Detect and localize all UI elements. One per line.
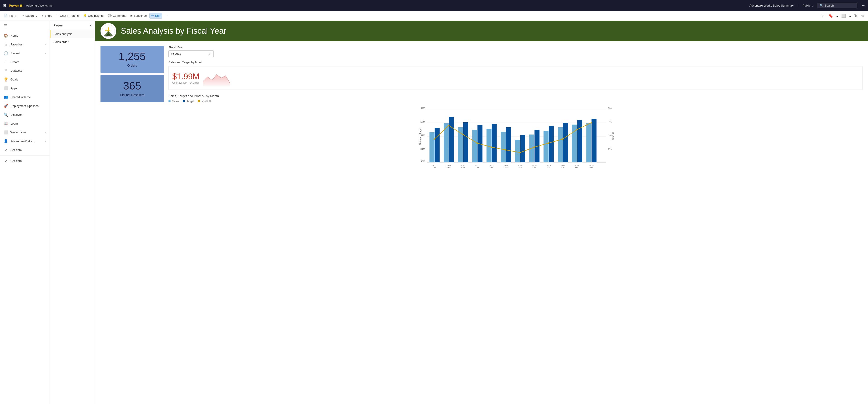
goals-icon: 🏆 — [4, 77, 8, 81]
svg-text:2018: 2018 — [532, 164, 536, 167]
favorite-button[interactable]: ☆ — [860, 13, 866, 19]
sidebar-item-favorites[interactable]: ☆ Favorites › — [0, 40, 50, 49]
kpi-orders-label: Orders — [105, 64, 159, 67]
bookmark-button[interactable]: 🔖 — [827, 13, 834, 19]
svg-text:$3M: $3M — [421, 121, 425, 123]
page-item-sales_order[interactable]: Sales order — [50, 38, 95, 46]
home-icon: 🏠 — [4, 33, 8, 38]
sales-amount-container: $1.99M Goal: $2.32M (-14.28%) — [172, 72, 199, 84]
svg-point-55 — [548, 142, 549, 144]
adventureworks-icon: 👤 — [4, 139, 8, 143]
search-box[interactable]: 🔍 Search — [817, 3, 857, 8]
sidebar-item-home[interactable]: 🏠 Home — [0, 31, 50, 40]
sales-target-label: Sales and Target by Month — [168, 61, 863, 64]
recent-icon: 🕐 — [4, 51, 8, 56]
svg-rect-41 — [558, 127, 563, 162]
export-button[interactable]: ↦ Export ⌄ — [20, 13, 39, 18]
edit-button[interactable]: ✏ Edit — [149, 13, 162, 19]
sidebar-item-create[interactable]: + Create — [0, 58, 50, 66]
app-logo: Power BI — [9, 4, 23, 7]
legend-target: Target — [183, 100, 194, 103]
report-main-title: Sales Analysis by Fiscal Year — [121, 26, 226, 36]
svg-point-52 — [505, 149, 506, 150]
chart-svg: $4M $3M $2M $1M $0M 5% 4% 3% 2% — [168, 105, 863, 168]
sidebar-item-getdata[interactable]: ↗ Get data — [0, 145, 50, 155]
svg-text:Aug: Aug — [447, 167, 451, 168]
sidebar-item-learn[interactable]: 📖 Learn — [0, 119, 50, 128]
more-toolbar-button[interactable]: ··· — [163, 13, 169, 18]
hamburger-menu[interactable]: ☰ — [0, 21, 50, 31]
kpi-orders-card: 1,255 Orders — [100, 46, 164, 73]
undo-button[interactable]: ↩ — [820, 13, 826, 19]
get-insights-button[interactable]: 💡 Get insights — [82, 13, 105, 18]
sidebar-item-recent[interactable]: 🕐 Recent › — [0, 49, 50, 58]
bar-sales-1 — [430, 132, 435, 162]
svg-text:2017: 2017 — [446, 164, 451, 167]
content-area: ADVENTURE Sales Analysis by Fiscal Year … — [95, 21, 868, 404]
sales-goal: Goal: $2.32M (-14.28%) — [172, 81, 199, 84]
svg-text:2017: 2017 — [432, 164, 437, 167]
sidebar-item-getdata[interactable]: ↗ Get data — [0, 157, 50, 165]
search-icon: 🔍 — [819, 4, 823, 7]
report-left-column: 1,255 Orders 365 Distinct Resellers — [100, 46, 164, 168]
sidebar-label-discover: Discover — [10, 113, 22, 116]
svg-text:2018: 2018 — [575, 164, 579, 167]
sidebar-label-favorites: Favorites — [10, 43, 22, 46]
sidebar-item-workspaces[interactable]: ⬜ Workspaces › — [0, 128, 50, 137]
visibility-label[interactable]: Public ⌄ — [803, 4, 814, 7]
report-title: Adventure Works Sales Summary — [749, 4, 794, 7]
svg-point-58 — [591, 122, 592, 124]
share-button[interactable]: ↑ Share — [40, 13, 54, 18]
report-container: ADVENTURE Sales Analysis by Fiscal Year … — [95, 21, 868, 404]
datasets-icon: ⊞ — [4, 68, 8, 73]
comment-icon: 💬 — [108, 14, 112, 18]
chart-title: Sales, Target and Profit % by Month — [168, 94, 863, 98]
sidebar-item-adventureworks[interactable]: 👤 AdventureWorks ... › — [0, 137, 50, 145]
pages-panel: Pages « Sales analysisSales order — [50, 21, 95, 404]
svg-text:Mar: Mar — [547, 167, 551, 168]
fiscal-year-dropdown[interactable]: FY2018 ⌄ — [168, 50, 214, 57]
sidebar-item-discover[interactable]: 🔍 Discover — [0, 110, 50, 119]
collapse-pages-button[interactable]: « — [89, 24, 91, 27]
sidebar-item-apps[interactable]: ⬜ Apps — [0, 84, 50, 93]
kpi-resellers-label: Distinct Resellers — [105, 93, 159, 97]
sidebar-item-datasets[interactable]: ⊞ Datasets — [0, 66, 50, 75]
svg-rect-31 — [487, 129, 492, 162]
svg-text:Sales and Target: Sales and Target — [419, 128, 422, 145]
svg-rect-44 — [578, 120, 582, 162]
svg-text:Apr: Apr — [561, 167, 564, 168]
sidebar-item-deployment[interactable]: 🚀 Deployment pipelines — [0, 102, 50, 110]
fit-button[interactable]: ⬜ — [840, 13, 847, 19]
waffle-icon[interactable]: ⊞ — [3, 3, 6, 8]
svg-rect-29 — [472, 130, 477, 162]
main-layout: ☰ 🏠 Home ☆ Favorites › 🕐 Recent › + Crea… — [0, 21, 868, 404]
tenant-name: AdventureWorks Inc. — [26, 4, 53, 7]
more-options-icon[interactable]: ··· — [862, 3, 865, 8]
svg-text:2018: 2018 — [560, 164, 565, 167]
svg-rect-34 — [506, 127, 511, 162]
pages-title: Pages — [54, 24, 63, 27]
svg-rect-45 — [586, 123, 591, 162]
comment-button[interactable]: 💬 Comment — [106, 13, 127, 18]
subscribe-button[interactable]: ✉ Subscribe — [128, 13, 149, 18]
svg-point-48 — [448, 125, 450, 126]
sidebar-item-goals[interactable]: 🏆 Goals — [0, 75, 50, 84]
svg-point-47 — [434, 138, 435, 140]
svg-rect-42 — [563, 123, 568, 162]
export-icon: ↦ — [22, 14, 24, 18]
sidebar-item-shared[interactable]: 👥 Shared with me — [0, 93, 50, 102]
svg-point-57 — [577, 129, 578, 130]
svg-rect-27 — [458, 127, 463, 162]
svg-rect-39 — [544, 131, 549, 162]
refresh-button[interactable]: ↻ — [853, 13, 859, 19]
svg-text:$4M: $4M — [421, 107, 425, 110]
sales-target-section: Sales and Target by Month $1.99M Goal: $… — [168, 61, 863, 90]
svg-text:2017: 2017 — [503, 164, 508, 167]
teams-icon: T — [57, 14, 59, 18]
fiscal-year-value: FY2018 — [171, 52, 181, 56]
pages-header: Pages « — [50, 21, 95, 30]
file-button[interactable]: 📄 File ⌄ — [2, 13, 19, 18]
chat-in-teams-button[interactable]: T Chat in Teams — [55, 13, 81, 18]
page-item-sales_analysis[interactable]: Sales analysis — [50, 30, 95, 38]
deployment-icon: 🚀 — [4, 104, 8, 108]
